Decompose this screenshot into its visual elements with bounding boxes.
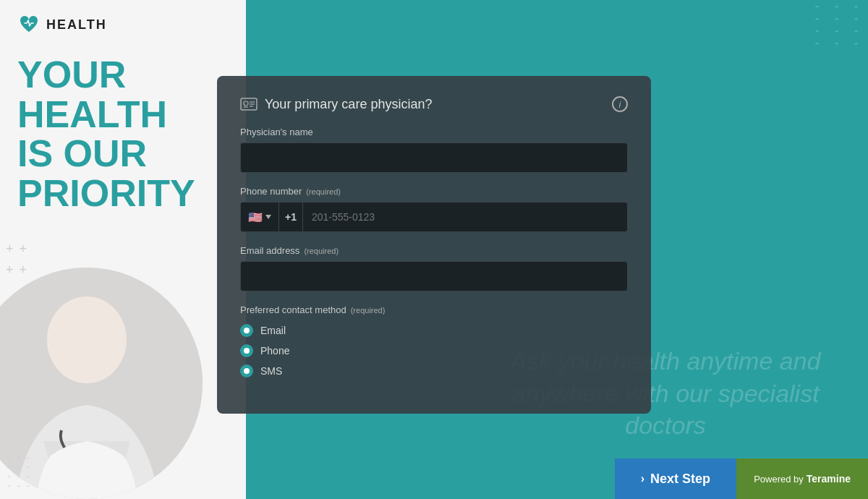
right-top-chevrons: ⌃ ⌃ ⌃ ⌃ ⌃ ⌃ ⌃ ⌃ ⌃ ⌃ ⌃ ⌃ xyxy=(246,0,868,55)
modal-title-group: Your primary care physician? xyxy=(240,97,432,112)
info-icon[interactable]: i xyxy=(612,96,628,112)
left-bottom-chevrons: ⌃⌃⌃ ⌃⌃⌃ ⌃⌃⌃ ⌃⌃⌃ xyxy=(0,450,37,499)
hero-text: YOUR HEALTH IS OUR PRIORITY xyxy=(0,49,246,213)
phone-group: Phone number (required) 🇺🇸 +1 xyxy=(240,186,628,232)
modal-title: Your primary care physician? xyxy=(265,97,432,112)
bottom-bar: › Next Step Powered by Teramine xyxy=(246,459,868,499)
powered-by-brand: Teramine xyxy=(807,473,851,485)
powered-by-badge: Powered by Teramine xyxy=(736,459,868,499)
svg-point-1 xyxy=(47,297,127,383)
phone-input-row: 🇺🇸 +1 xyxy=(240,202,628,232)
modal-header: Your primary care physician? i xyxy=(240,96,628,112)
logo-area: HEALTH xyxy=(0,0,246,49)
modal-card: Your primary care physician? i Physician… xyxy=(217,76,651,414)
radio-dot-phone xyxy=(240,344,253,357)
contact-option-sms[interactable]: SMS xyxy=(240,364,628,378)
plus-decorations: ++ ++ xyxy=(6,239,27,281)
left-panel: HEALTH YOUR HEALTH IS OUR PRIORITY ++ ++ xyxy=(0,0,246,499)
phone-number-input[interactable] xyxy=(303,202,627,231)
email-group: Email address (required) xyxy=(240,245,628,291)
us-flag: 🇺🇸 xyxy=(248,210,263,224)
heart-logo-icon xyxy=(17,13,41,36)
radio-label-email: Email xyxy=(260,325,286,336)
phone-label: Phone number (required) xyxy=(240,186,628,197)
hero-line3: IS OUR xyxy=(17,134,229,174)
next-step-button[interactable]: › Next Step xyxy=(615,459,736,499)
id-card-icon xyxy=(240,97,258,111)
hero-line2: HEALTH xyxy=(17,95,229,135)
next-step-arrow: › xyxy=(641,472,644,485)
contact-method-group: Preferred contact method (required) Emai… xyxy=(240,304,628,378)
contact-radio-group: Email Phone SMS xyxy=(240,324,628,378)
country-flag-selector[interactable]: 🇺🇸 xyxy=(241,202,279,231)
hero-line4: PRIORITY xyxy=(17,174,229,213)
email-label: Email address (required) xyxy=(240,245,628,256)
radio-label-phone: Phone xyxy=(260,345,289,357)
radio-dot-email xyxy=(240,324,253,337)
email-required-badge: (required) xyxy=(304,247,339,255)
radio-dot-inner-phone xyxy=(244,348,250,354)
next-step-label: Next Step xyxy=(650,472,710,487)
hero-line1: YOUR xyxy=(17,55,229,95)
flag-dropdown-chevron xyxy=(265,215,271,219)
physician-name-input[interactable] xyxy=(240,142,628,173)
physician-label: Physician's name xyxy=(240,127,628,137)
physician-name-group: Physician's name xyxy=(240,127,628,173)
radio-dot-inner-email xyxy=(244,328,250,333)
powered-by-text: Powered by xyxy=(754,474,804,485)
email-input[interactable] xyxy=(240,261,628,291)
contact-option-phone[interactable]: Phone xyxy=(240,344,628,357)
contact-option-email[interactable]: Email xyxy=(240,324,628,337)
svg-point-4 xyxy=(244,101,248,106)
info-icon-text: i xyxy=(619,99,621,110)
contact-method-label: Preferred contact method (required) xyxy=(240,304,628,315)
radio-label-sms: SMS xyxy=(260,365,282,377)
phone-country-code: +1 xyxy=(279,202,303,231)
radio-dot-sms xyxy=(240,364,253,378)
contact-required-badge: (required) xyxy=(351,306,386,315)
logo-text: HEALTH xyxy=(46,17,107,33)
phone-required-badge: (required) xyxy=(306,187,341,196)
radio-dot-inner-sms xyxy=(244,368,250,374)
